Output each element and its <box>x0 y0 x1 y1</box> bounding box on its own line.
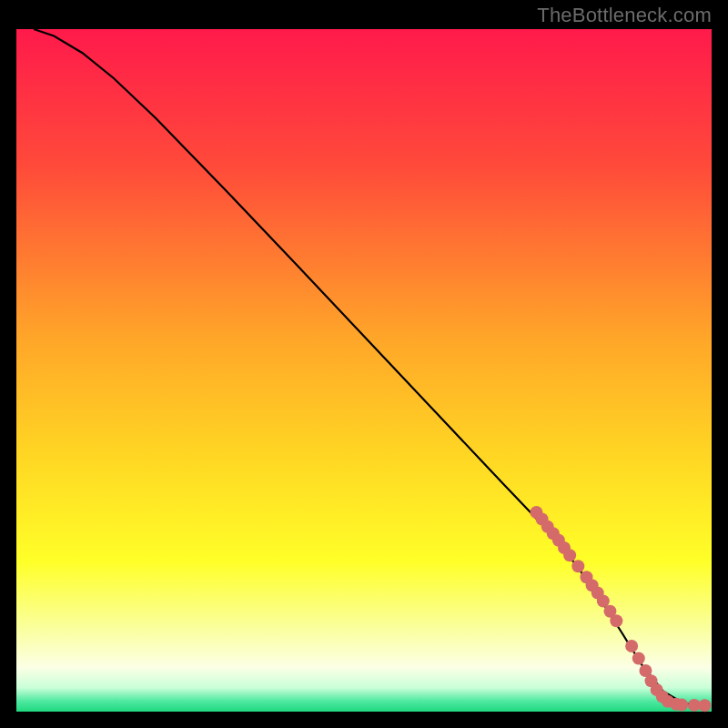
attribution-label: TheBottleneck.com <box>537 4 712 27</box>
data-point <box>675 699 688 712</box>
data-point <box>625 640 638 652</box>
data-point <box>610 614 622 627</box>
chart-stage: TheBottleneck.com <box>0 0 728 728</box>
data-point <box>632 652 645 665</box>
data-point <box>563 549 576 561</box>
data-point <box>698 699 711 712</box>
chart-canvas <box>0 0 728 728</box>
data-point <box>571 560 584 572</box>
